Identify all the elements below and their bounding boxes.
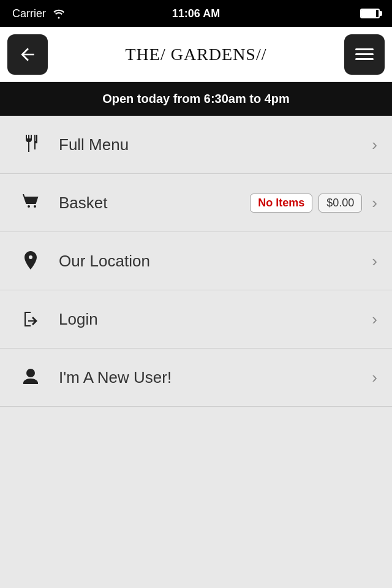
new-user-chevron: › — [372, 368, 377, 387]
menu-item-location[interactable]: Our Location › — [0, 232, 392, 290]
full-menu-label: Full Menu — [59, 135, 372, 154]
menu-line-3 — [355, 58, 374, 60]
menu-list: Full Menu › Basket No Items $0.00 › Our … — [0, 116, 392, 407]
basket-chevron: › — [372, 194, 377, 213]
login-icon — [15, 307, 47, 331]
menu-line-2 — [355, 53, 374, 55]
new-user-label: I'm A New User! — [59, 368, 372, 387]
login-label: Login — [59, 310, 372, 329]
open-banner: Open today from 6:30am to 4pm — [0, 82, 392, 116]
back-button[interactable] — [7, 34, 48, 75]
basket-badges: No Items $0.00 — [250, 194, 362, 213]
nav-bar: THE/ GARDENS// — [0, 27, 392, 82]
status-bar-left: Carrier — [12, 7, 66, 20]
carrier-label: Carrier — [12, 7, 46, 20]
cart-icon — [15, 190, 47, 215]
battery-icon — [360, 9, 380, 18]
basket-label: Basket — [59, 194, 250, 213]
basket-no-items-badge: No Items — [250, 194, 312, 213]
menu-button[interactable] — [344, 34, 385, 75]
location-pin-icon — [15, 249, 47, 273]
wifi-icon — [52, 8, 66, 19]
status-bar: Carrier 11:06 AM — [0, 0, 392, 27]
back-arrow-icon — [18, 45, 37, 64]
utensils-icon — [15, 132, 47, 157]
location-chevron: › — [372, 252, 377, 271]
location-label: Our Location — [59, 252, 372, 271]
user-icon — [15, 365, 47, 390]
menu-item-basket[interactable]: Basket No Items $0.00 › — [0, 174, 392, 232]
menu-line-1 — [355, 48, 374, 50]
status-bar-right — [360, 9, 380, 18]
status-bar-time: 11:06 AM — [172, 7, 220, 20]
full-menu-chevron: › — [372, 135, 377, 154]
menu-item-full-menu[interactable]: Full Menu › — [0, 116, 392, 174]
open-banner-text: Open today from 6:30am to 4pm — [102, 92, 290, 105]
login-chevron: › — [372, 310, 377, 329]
menu-item-login[interactable]: Login › — [0, 290, 392, 349]
basket-price-badge: $0.00 — [318, 194, 362, 213]
app-title: THE/ GARDENS// — [126, 44, 267, 65]
menu-item-new-user[interactable]: I'm A New User! › — [0, 349, 392, 407]
